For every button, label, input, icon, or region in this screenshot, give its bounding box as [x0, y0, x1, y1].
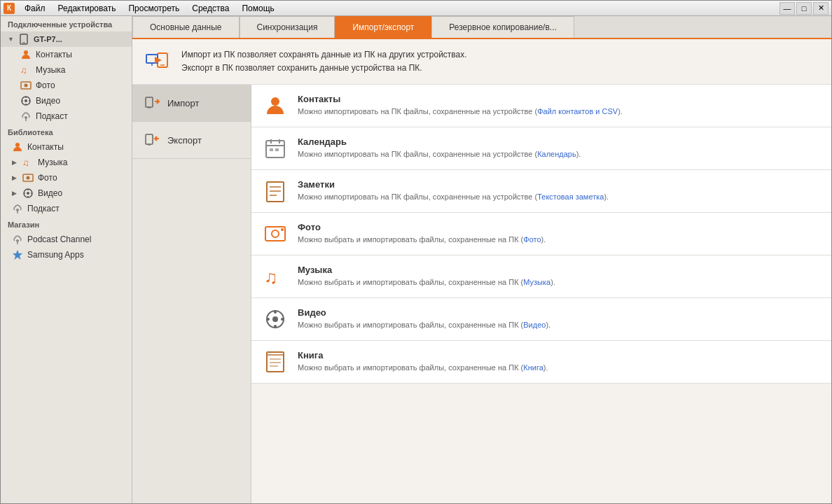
list-item[interactable]: Заметки Можно импортировать на ПК файлы,…	[251, 170, 831, 213]
sidebar-label: Музыка	[36, 65, 65, 75]
nav-export-label: Экспорт	[167, 135, 202, 146]
list-item-desc: Можно выбрать и импортировать файлы, сох…	[298, 320, 820, 330]
svg-point-58	[281, 318, 284, 321]
menubar: Файл Редактировать Просмотреть Средства …	[19, 3, 280, 14]
sidebar-item-music-device[interactable]: ♫ Музыка	[1, 62, 132, 78]
contacts-icon	[12, 141, 23, 153]
podcast-icon	[20, 111, 32, 122]
list-item-text: Видео Можно выбрать и импортировать файл…	[298, 307, 820, 330]
svg-rect-31	[146, 55, 158, 63]
svg-point-20	[27, 189, 29, 190]
list-item-desc: Можно выбрать и импортировать файлы, сох…	[298, 363, 820, 373]
nav-import-label: Импорт	[167, 98, 199, 108]
svg-point-8	[25, 97, 27, 98]
svg-point-12	[25, 116, 27, 119]
svg-point-24	[16, 209, 19, 211]
photo-icon	[22, 172, 34, 183]
main-area: Подключенные устройства ▼ GT-P7... Конта…	[1, 16, 831, 503]
svg-point-51	[281, 228, 284, 231]
titlebar: К Файл Редактировать Просмотреть Средств…	[1, 1, 831, 16]
svg-point-14	[15, 143, 20, 147]
sidebar-item-samsung-apps[interactable]: Samsung Apps	[1, 247, 132, 262]
photo-list-icon	[263, 221, 288, 246]
tab-import-export[interactable]: Импорт/экспорт	[335, 16, 431, 38]
sidebar-item-music-lib[interactable]: ▶ ♫ Музыка	[1, 155, 132, 170]
list-item-text: Книга Можно выбрать и импортировать файл…	[298, 350, 820, 373]
expand-arrow-icon: ▶	[12, 190, 17, 197]
list-item-title: Календарь	[298, 136, 820, 147]
notes-list-icon	[263, 178, 288, 204]
list-item-title: Книга	[298, 350, 820, 360]
svg-rect-44	[275, 148, 279, 151]
list-item-desc: Можно импортировать на ПК файлы, сохране…	[298, 192, 820, 202]
sidebar-item-video-lib[interactable]: ▶ Видео	[1, 186, 132, 201]
svg-point-56	[274, 325, 277, 328]
list-item-desc: Можно импортировать на ПК файлы, сохране…	[298, 149, 820, 160]
svg-point-50	[272, 230, 279, 237]
import-export-area: Импорт Экспорт	[132, 85, 831, 503]
sidebar-label: Музыка	[38, 158, 67, 167]
list-item[interactable]: Контакты Можно импортировать на ПК файлы…	[251, 85, 831, 127]
device-arrow: ▼	[8, 36, 14, 43]
list-item[interactable]: ♫ Музыка Можно выбрать и импортировать ф…	[251, 255, 831, 298]
list-item[interactable]: Книга Можно выбрать и импортировать файл…	[251, 341, 831, 384]
tab-basic-data[interactable]: Основные данные	[132, 16, 240, 38]
list-item-title: Контакты	[298, 94, 820, 104]
tabs-bar: Основные данные Синхронизация Импорт/экс…	[132, 16, 831, 39]
tab-sync[interactable]: Синхронизация	[240, 16, 335, 38]
list-item-title: Фото	[298, 222, 820, 232]
export-icon	[144, 132, 160, 148]
sidebar-label: Подкаст	[36, 111, 68, 121]
svg-point-11	[29, 100, 30, 102]
device-label: GT-P7...	[34, 35, 62, 43]
svg-point-22	[24, 192, 25, 194]
nav-import[interactable]: Импорт	[132, 85, 251, 122]
list-item[interactable]: Фото Можно выбрать и импортировать файлы…	[251, 213, 831, 255]
video-list-icon	[263, 307, 288, 332]
sidebar-item-video-device[interactable]: Видео	[1, 93, 132, 108]
sidebar-label: Samsung Apps	[27, 250, 84, 260]
list-item-text: Музыка Можно выбрать и импортировать фай…	[298, 265, 820, 288]
menu-edit[interactable]: Редактировать	[53, 3, 122, 14]
sidebar-device[interactable]: ▼ GT-P7...	[1, 31, 132, 47]
sidebar-label: Контакты	[27, 142, 64, 152]
list-item-title: Видео	[298, 307, 820, 318]
content-area: Основные данные Синхронизация Импорт/экс…	[132, 16, 831, 503]
contacts-icon	[20, 49, 32, 60]
list-item-text: Календарь Можно импортировать на ПК файл…	[298, 136, 820, 160]
sidebar-item-podcast-channel[interactable]: Podcast Channel	[1, 232, 132, 247]
maximize-button[interactable]: □	[796, 2, 812, 15]
svg-rect-36	[146, 134, 153, 144]
sidebar-item-contacts-lib[interactable]: Контакты	[1, 139, 132, 155]
minimize-button[interactable]: —	[779, 2, 795, 15]
svg-text:♫: ♫	[264, 267, 278, 288]
list-item[interactable]: Календарь Можно импортировать на ПК файл…	[251, 127, 831, 170]
list-item[interactable]: Видео Можно выбрать и импортировать файл…	[251, 298, 831, 341]
svg-point-10	[22, 100, 23, 102]
menu-file[interactable]: Файл	[19, 3, 51, 14]
menu-view[interactable]: Просмотреть	[123, 3, 185, 14]
tab-backup[interactable]: Резервное копирование/в...	[431, 16, 574, 38]
import-icon	[144, 94, 160, 111]
menu-help[interactable]: Помощь	[236, 3, 279, 14]
info-graphic-icon	[144, 48, 172, 76]
sidebar-item-photo-lib[interactable]: ▶ Фото	[1, 170, 132, 186]
svg-point-7	[25, 99, 27, 102]
sidebar-item-podcast-lib[interactable]: Подкаст	[1, 201, 132, 216]
info-text: Импорт из ПК позволяет сохранять данные …	[181, 48, 467, 75]
sidebar-item-podcast-device[interactable]: Подкаст	[1, 108, 132, 124]
music-icon: ♫	[22, 157, 34, 168]
menu-tools[interactable]: Средства	[186, 3, 235, 14]
titlebar-left: К Файл Редактировать Просмотреть Средств…	[4, 3, 280, 14]
app-icon: К	[4, 3, 15, 14]
sidebar-label: Контакты	[36, 50, 72, 59]
list-item-text: Фото Можно выбрать и импортировать файлы…	[298, 222, 820, 245]
samsung-apps-icon	[12, 249, 23, 260]
nav-export[interactable]: Экспорт	[132, 122, 251, 159]
close-button[interactable]: ✕	[813, 2, 828, 15]
sidebar-item-photo-device[interactable]: Фото	[1, 78, 132, 93]
sidebar-item-contacts-device[interactable]: Контакты	[1, 47, 132, 62]
podcast-icon	[12, 203, 23, 214]
video-icon	[20, 95, 32, 106]
library-header: Библиотека	[1, 124, 132, 139]
